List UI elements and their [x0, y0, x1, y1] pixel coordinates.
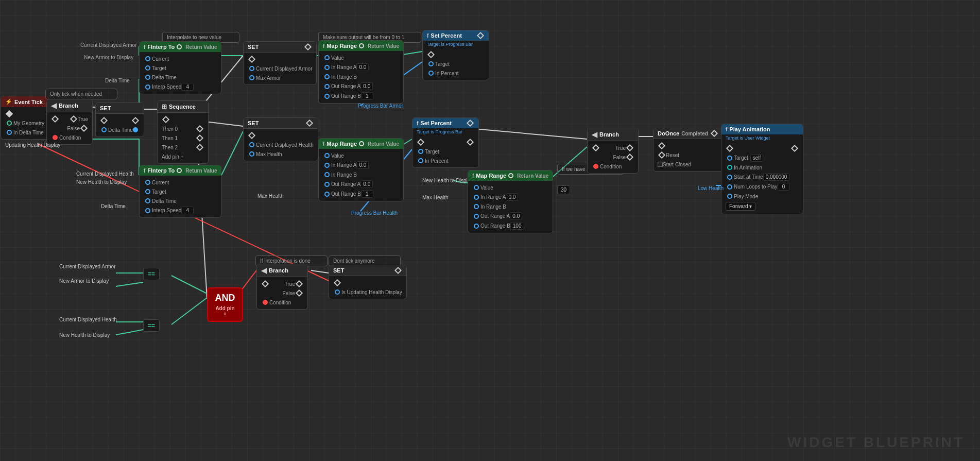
set-updating-exec-row — [329, 278, 406, 287]
map-range-low-node: f Map Range Return Value Value In Range … — [468, 170, 553, 233]
current-displayed-armor-label-top: Current Displayed Armor — [76, 40, 148, 50]
map-range-armor-inA-label: In Range A — [331, 64, 356, 70]
set-armor-exec-out — [304, 43, 312, 50]
na-eq-label: New Armor to Display — [59, 278, 109, 284]
branch-final-node: ◀ Branch True False Condition — [587, 128, 639, 174]
map-range-low-outA-row: Out Range A 0.0 — [468, 211, 553, 221]
equal-health-node: == — [143, 319, 160, 332]
branch-interp-false-row: False — [257, 288, 307, 298]
set-updating-title: SET — [333, 267, 344, 274]
play-animation-playmode-select[interactable]: Forward ▾ — [726, 202, 755, 211]
equal-armor-symbol: == — [148, 270, 155, 278]
finterp-health-title: FInterp To — [147, 167, 175, 174]
set-armor-header: SET — [244, 42, 316, 53]
doonce-reset-label: Reset — [666, 152, 679, 158]
set-percent-health-exec-out2 — [467, 139, 474, 146]
branch-main-condition-pin — [53, 135, 58, 140]
doonce-startclosed-checkbox[interactable] — [658, 162, 663, 167]
set-delta-value-pin — [101, 127, 107, 132]
branch-main-icon: ◀ — [51, 101, 57, 110]
map-range-low-icon: f — [472, 173, 474, 179]
finterp-armor-title: FInterp To — [147, 44, 175, 50]
set-percent-health-exec-out — [467, 119, 474, 127]
set-updating-exec-out — [394, 267, 402, 274]
set-percent-armor-exec-out — [477, 32, 484, 39]
finterp-health-node: f FInterp To Return Value Current Target… — [139, 165, 221, 218]
finterp-armor-current-row: Current — [140, 54, 221, 63]
finterp-armor-return-pin — [177, 44, 182, 49]
finterp-armor-header: f FInterp To Return Value — [140, 42, 221, 52]
map-range-low-inA-pin — [474, 195, 479, 200]
finterp-armor-current-label: Current — [152, 56, 169, 62]
branch-final-false-row: False — [588, 152, 638, 162]
finterp-health-speed-label: Interp Speed — [152, 208, 181, 213]
set-updating-value-label: Is Updating Health Display — [341, 289, 402, 295]
branch-main-true-pin — [70, 115, 77, 123]
play-animation-startat-pin — [727, 175, 732, 180]
map-range-health-return-label: Return Value — [368, 141, 399, 147]
set-updating-header: SET — [329, 265, 406, 276]
set-health-node: SET Current Displayed Health Max Health — [243, 117, 318, 161]
set-updating-value-row: Is Updating Health Display — [329, 287, 406, 297]
set-percent-armor-node: f Set Percent Target is Progress Bar Tar… — [422, 30, 489, 80]
comment-only-tick-text: Only tick when needed — [50, 91, 102, 97]
set-percent-armor-inpercent-pin — [428, 71, 434, 76]
branch-interp-node: ◀ Branch True False Condition — [256, 264, 308, 310]
branch-final-true-label: True — [615, 145, 626, 151]
map-range-health-outB-row: Out Range B 1 — [319, 189, 403, 199]
na-top-text: New Armor to Display — [84, 55, 133, 60]
branch-final-title: Branch — [599, 131, 619, 138]
finterp-armor-delta-pin — [145, 75, 150, 80]
doonce-header: DoOnce Completed — [654, 128, 723, 139]
finterp-armor-delta-label: Delta Time — [152, 75, 177, 80]
branch-interp-body: True False Condition — [257, 277, 307, 309]
finterp-armor-body: Current Target Delta Time Interp Speed 4 — [140, 52, 221, 94]
map-range-low-return-pin — [508, 173, 513, 178]
doonce-exec-row — [654, 141, 723, 150]
map-range-low-value-pin — [474, 185, 479, 190]
set-armor-max-pin — [249, 75, 254, 80]
finterp-armor-target-label: Target — [152, 65, 166, 71]
sequence-then2-row: Then 2 — [158, 143, 208, 152]
play-animation-startat-row: Start at Time 0.000000 — [721, 172, 803, 182]
map-range-armor-outB-value: 1 — [361, 92, 373, 100]
branch-final-condition-row: Condition — [588, 162, 638, 171]
set-percent-armor-subtitle: Target is Progress Bar — [423, 41, 489, 48]
branch-main-false-pin — [80, 125, 88, 132]
doonce-startclosed-label: Start Closed — [663, 162, 691, 167]
finterp-health-target-label: Target — [152, 189, 166, 195]
map-range-health-outA-label: Out Range A — [331, 181, 360, 187]
set-percent-health-exec-row — [412, 138, 478, 147]
finterp-health-delta-label: Delta Time — [152, 198, 177, 204]
branch-interp-true-label: True — [285, 281, 295, 287]
map-range-health-outB-label: Out Range B — [331, 191, 361, 197]
set-armor-value-label: Current Displayed Armor — [256, 66, 312, 72]
map-range-health-inA-row: In Range A 0.0 — [319, 160, 403, 170]
map-range-health-header: f Map Range Return Value — [319, 139, 403, 149]
map-range-health-inA-pin — [324, 163, 330, 168]
set-percent-health-subtitle: Target is Progress Bar — [412, 128, 478, 135]
sequence-addpin-row[interactable]: Add pin + — [158, 152, 208, 161]
set-percent-health-target-row: Target — [412, 147, 478, 156]
finterp-health-current-pin — [145, 180, 150, 185]
play-animation-target-row: Target self — [721, 153, 803, 163]
doonce-reset-row: Reset — [654, 150, 723, 160]
finterp-health-speed-row: Interp Speed 4 — [140, 206, 221, 215]
set-percent-armor-body: Target In Percent — [423, 48, 489, 80]
map-range-low-outA-label: Out Range A — [480, 213, 510, 219]
set-delta-exec-row — [96, 116, 144, 125]
branch-interp-true-pin — [296, 280, 303, 287]
finterp-health-body: Current Target Delta Time Interp Speed 4 — [140, 176, 221, 217]
branch-interp-condition-row: Condition — [257, 298, 307, 307]
delta-time-health-label: Delta Time — [101, 203, 126, 209]
play-animation-subtitle: Target is User Widget — [721, 134, 803, 142]
map-range-health-outB-pin — [324, 192, 330, 197]
map-range-armor-outB-row: Out Range B 1 — [319, 91, 403, 101]
set-updating-value-pin — [335, 289, 340, 295]
map-range-low-inB-row: In Range B — [468, 202, 553, 211]
branch-interp-title: Branch — [269, 267, 288, 274]
set-percent-armor-target-row: Target — [423, 59, 489, 69]
map-range-health-value-label: Value — [331, 153, 344, 159]
event-tick-geometry-row: My Geometry — [1, 118, 48, 128]
and-addpin[interactable]: Add pin + — [214, 305, 236, 317]
